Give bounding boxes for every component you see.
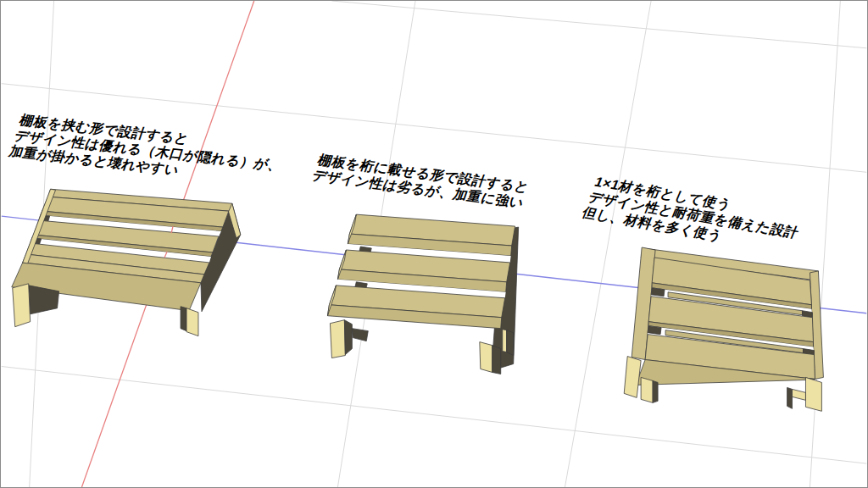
leg	[624, 357, 641, 398]
leg-shadow-side	[344, 320, 352, 355]
leg-shadow-side	[492, 346, 501, 374]
under-board-shadow	[352, 329, 368, 341]
gap-shadow-notch	[651, 288, 665, 297]
leg	[503, 330, 507, 352]
leg	[13, 284, 31, 327]
gap-shadow-notch	[648, 326, 661, 335]
grid-line	[565, 1, 651, 487]
leg	[330, 320, 345, 358]
1x1-leg	[641, 377, 653, 402]
leg-shadow-side	[181, 307, 186, 331]
leg-shadow-side	[507, 330, 514, 356]
leg-shadow-side	[653, 380, 658, 402]
leg	[805, 377, 821, 411]
sketchup-3d-viewport[interactable]: 棚板を挟む形で設計すると デザイン性は優れる（木口が隠れる）が、 加重が掛かると…	[0, 0, 868, 488]
leg	[186, 308, 198, 336]
model-shelf-1x1-girders-design[interactable]	[624, 247, 823, 411]
1x1-leg	[793, 389, 806, 400]
model-shelf-sandwiched-design[interactable]	[12, 189, 241, 336]
grid-line	[810, 1, 840, 487]
leg-shadow-side	[787, 387, 793, 408]
leg	[480, 342, 492, 373]
model-shelf-on-girders-design[interactable]	[327, 214, 518, 374]
